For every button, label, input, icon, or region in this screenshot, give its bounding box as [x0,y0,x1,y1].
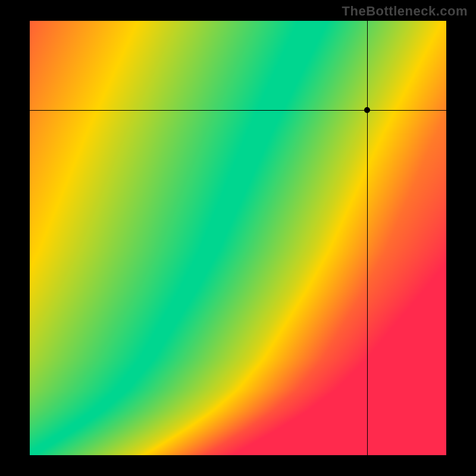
plot-area [30,21,446,455]
crosshair-marker [364,107,370,113]
crosshair-vertical [367,21,368,455]
watermark-text: TheBottleneck.com [342,4,468,19]
crosshair-horizontal [30,110,446,111]
chart-frame: TheBottleneck.com [0,0,476,476]
heatmap-canvas [30,21,446,455]
